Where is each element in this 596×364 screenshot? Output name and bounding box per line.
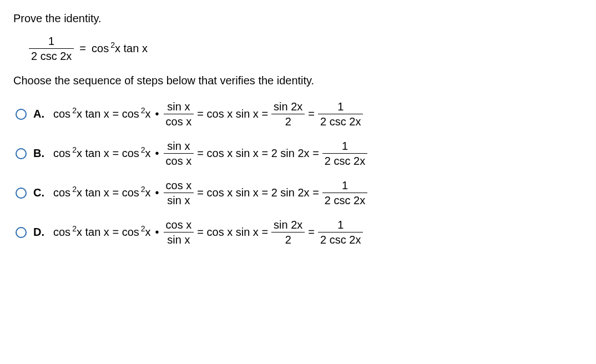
t: x tan x = cos bbox=[77, 226, 139, 238]
t: 2 bbox=[141, 106, 145, 115]
t: cos x bbox=[164, 179, 194, 191]
t: 1 bbox=[335, 219, 346, 231]
t: x tan x = cos bbox=[77, 147, 139, 159]
t: 2 bbox=[72, 106, 77, 115]
t: x bbox=[145, 147, 151, 159]
t: 2 csc 2x bbox=[318, 234, 363, 246]
t: x bbox=[145, 108, 151, 120]
t: 2 bbox=[141, 145, 145, 154]
option-c[interactable]: C. cos2x tan x = cos2x • cos x sin x = c… bbox=[16, 179, 583, 206]
t: sin 2x bbox=[271, 219, 305, 231]
t: 2 bbox=[141, 185, 145, 194]
t: = bbox=[308, 108, 315, 120]
t: 2 csc 2x bbox=[318, 115, 363, 128]
t: 1 bbox=[335, 100, 346, 113]
t: 2 csc 2x bbox=[322, 194, 367, 206]
radio-icon[interactable] bbox=[16, 227, 27, 238]
option-a[interactable]: A. cos2x tan x = cos2x • sin x cos x = c… bbox=[16, 100, 583, 128]
t: sin x bbox=[165, 234, 192, 246]
t: 2 bbox=[72, 224, 77, 233]
t: sin x bbox=[165, 140, 192, 152]
radio-icon[interactable] bbox=[16, 148, 27, 159]
dot: • bbox=[154, 226, 160, 239]
identity-rhs-post: x tan x bbox=[115, 42, 148, 54]
t: 2 csc 2x bbox=[322, 155, 367, 167]
t: sin x bbox=[165, 194, 192, 206]
t: = cos x sin x = 2 sin 2x = bbox=[197, 147, 319, 160]
t: x tan x = cos bbox=[77, 186, 139, 199]
t: = cos x sin x = bbox=[197, 108, 268, 120]
option-label: D. bbox=[33, 226, 47, 239]
identity-lhs-den: 2 csc 2x bbox=[29, 50, 74, 62]
t: 1 bbox=[340, 179, 350, 191]
option-b-equation: cos2x tan x = cos2x • sin x cos x = cos … bbox=[53, 140, 371, 167]
identity-rhs: cos2x tan x bbox=[92, 42, 148, 55]
t: 2 bbox=[283, 115, 294, 128]
option-d-equation: cos2x tan x = cos2x • cos x sin x = cos … bbox=[53, 219, 366, 246]
option-label: B. bbox=[33, 147, 47, 160]
dot: • bbox=[154, 147, 160, 160]
option-c-equation: cos2x tan x = cos2x • cos x sin x = cos … bbox=[53, 179, 371, 206]
t: x bbox=[145, 186, 151, 199]
t: = bbox=[308, 226, 315, 239]
identity-lhs-num: 1 bbox=[46, 35, 57, 47]
t: cos bbox=[53, 186, 70, 199]
t: 2 bbox=[141, 224, 145, 233]
t: sin x bbox=[165, 100, 192, 113]
identity-equation: 1 2 csc 2x = cos2x tan x bbox=[29, 35, 583, 62]
t: cos bbox=[53, 108, 70, 120]
choose-text: Choose the sequence of steps below that … bbox=[13, 74, 583, 87]
t: cos bbox=[53, 226, 70, 238]
t: = cos x sin x = 2 sin 2x = bbox=[197, 186, 319, 199]
t: cos x bbox=[164, 115, 194, 128]
dot: • bbox=[154, 108, 160, 120]
radio-icon[interactable] bbox=[16, 109, 27, 120]
t: sin 2x bbox=[271, 100, 305, 113]
t: cos x bbox=[164, 219, 194, 231]
identity-equals: = bbox=[79, 42, 86, 55]
option-label: C. bbox=[33, 186, 47, 199]
t: x bbox=[145, 226, 151, 238]
t: 1 bbox=[340, 140, 350, 152]
t: 2 bbox=[72, 185, 77, 194]
identity-lhs-fraction: 1 2 csc 2x bbox=[29, 35, 74, 62]
t: = cos x sin x = bbox=[197, 226, 268, 239]
t: cos x bbox=[164, 155, 194, 167]
option-label: A. bbox=[33, 108, 47, 120]
t: 2 bbox=[72, 145, 77, 154]
t: cos bbox=[53, 147, 70, 159]
identity-rhs-exp: 2 bbox=[110, 41, 115, 49]
options-list: A. cos2x tan x = cos2x • sin x cos x = c… bbox=[13, 100, 583, 246]
t: 2 bbox=[283, 234, 294, 246]
prompt-text: Prove the identity. bbox=[13, 12, 583, 25]
option-b[interactable]: B. cos2x tan x = cos2x • sin x cos x = c… bbox=[16, 140, 583, 167]
t: x tan x = cos bbox=[77, 108, 139, 120]
dot: • bbox=[154, 186, 160, 199]
option-d[interactable]: D. cos2x tan x = cos2x • cos x sin x = c… bbox=[16, 219, 583, 246]
radio-icon[interactable] bbox=[16, 188, 27, 199]
option-a-equation: cos2x tan x = cos2x • sin x cos x = cos … bbox=[53, 100, 366, 128]
identity-rhs-pre: cos bbox=[92, 42, 109, 54]
